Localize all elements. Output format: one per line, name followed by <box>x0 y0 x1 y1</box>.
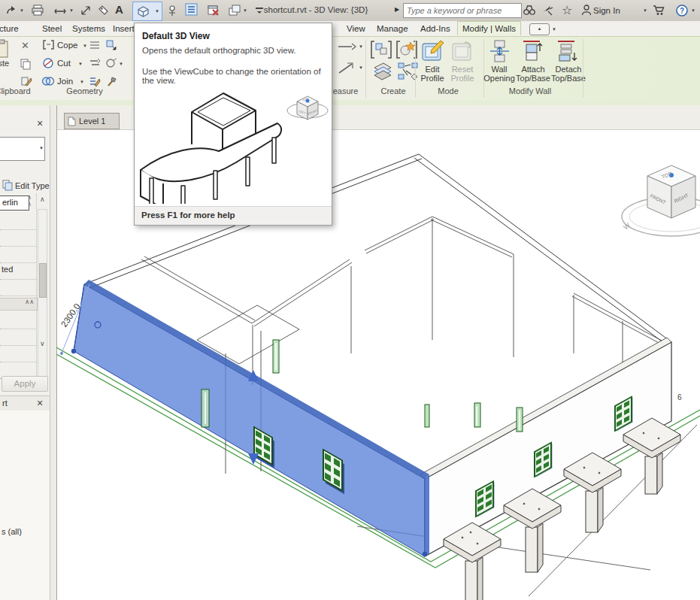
edit-type-icon[interactable] <box>2 180 13 191</box>
attach-top-base-icon[interactable] <box>522 39 544 63</box>
unjoin-icon[interactable] <box>105 57 117 69</box>
view-tab-level1[interactable]: Level 1 <box>64 113 120 129</box>
tab-modify-walls[interactable]: Modify | Walls <box>457 21 521 35</box>
cope-button[interactable]: Cope <box>57 41 78 50</box>
section-icon[interactable] <box>165 3 180 18</box>
favorites-star-icon[interactable]: ☆ <box>562 3 572 17</box>
type-value-text: erlin <box>2 198 18 207</box>
apply-button[interactable]: Apply <box>2 376 48 392</box>
viewcube-west-label: W <box>622 221 632 231</box>
scroll-down-chevron[interactable]: ∨ <box>40 340 45 347</box>
sign-in-dropdown[interactable]: ▼ <box>643 8 647 13</box>
tooltip-line1: Opens the default orthographic 3D view. <box>142 46 296 55</box>
switch-windows-icon[interactable] <box>227 3 242 18</box>
default-3d-view-dropdown[interactable]: ▼ <box>153 2 162 21</box>
copy-icon[interactable] <box>20 58 32 70</box>
type-selector-dropdown[interactable]: ▼ <box>39 146 44 150</box>
browser-title-fragment: rt <box>2 398 8 408</box>
clipboard-panel-label: Clipboard <box>0 86 42 95</box>
search-input[interactable] <box>403 3 522 18</box>
help-icon[interactable]: ? <box>674 3 689 18</box>
default-3d-view-button[interactable] <box>132 2 154 21</box>
svg-text:?: ? <box>680 7 684 15</box>
demolish-icon[interactable] <box>89 75 101 87</box>
cope-dropdown[interactable]: ▼ <box>83 44 87 48</box>
revit-window: ▼ ▼ A ▼ ▼ shortcut.rvt - 3D View: {3D} ▶ <box>0 0 700 600</box>
reset-profile-icon <box>451 39 475 63</box>
print-icon[interactable] <box>30 3 45 18</box>
redo-dropdown[interactable]: ▼ <box>20 8 24 13</box>
close-hidden-windows-icon[interactable] <box>206 3 221 18</box>
delete-icon[interactable]: ✕ <box>21 40 29 51</box>
tab-add-ins[interactable]: Add-Ins <box>416 22 455 35</box>
tag-icon[interactable] <box>96 3 111 18</box>
cut-dropdown[interactable]: ▼ <box>78 62 83 66</box>
geometry-panel-label: Geometry <box>45 86 124 95</box>
wall-joins-icon[interactable] <box>105 39 117 51</box>
beam-end-icon[interactable] <box>89 39 101 51</box>
window-title: shortcut.rvt - 3D View: {3D} <box>248 5 383 14</box>
paste-icon[interactable] <box>0 39 9 59</box>
measure-angle-dropdown[interactable]: ▼ <box>359 65 363 70</box>
hammer-icon[interactable] <box>106 75 118 87</box>
cut-button[interactable]: Cut <box>57 59 71 68</box>
tab-systems[interactable]: Systems <box>68 22 110 35</box>
sign-in-label[interactable]: Sign In <box>593 6 620 15</box>
join-button[interactable]: Join <box>57 77 73 86</box>
panel-display-dropdown[interactable]: ▼ <box>552 27 556 32</box>
tooltip-line2: Use the ViewCube to change the orientati… <box>142 67 327 85</box>
search-flyout-arrow[interactable]: ▶ <box>395 6 399 13</box>
dock-splitter[interactable] <box>50 105 56 600</box>
tooltip-preview-image: TOP LEFT FRONT <box>135 89 332 204</box>
type-selector[interactable] <box>0 137 45 161</box>
binoculars-icon[interactable] <box>522 3 537 18</box>
measure-icon[interactable] <box>53 4 68 19</box>
measure-angle-icon[interactable] <box>337 62 356 75</box>
measure-tool-dropdown[interactable]: ▼ <box>359 44 363 49</box>
thin-lines-icon[interactable] <box>184 2 199 17</box>
detach-top-base-icon[interactable] <box>556 39 579 63</box>
communication-center-icon[interactable] <box>541 3 556 18</box>
redo-icon[interactable] <box>4 3 19 18</box>
join-dropdown[interactable]: ▼ <box>80 80 84 84</box>
cope-icon <box>42 39 55 50</box>
tab-manage[interactable]: Manage <box>372 22 413 35</box>
aligned-dimension-icon[interactable] <box>78 3 93 18</box>
selected-wall[interactable] <box>74 280 429 556</box>
geometry-extra-dropdown[interactable]: ▼ <box>119 62 123 66</box>
grid-scrollbar-thumb[interactable] <box>39 263 47 298</box>
cut-icon <box>42 57 55 69</box>
tab-view[interactable]: View <box>342 22 370 35</box>
properties-close-icon[interactable]: × <box>37 117 43 129</box>
tab-structure[interactable]: Structure <box>0 22 23 35</box>
create-group-icon[interactable] <box>370 39 392 60</box>
edit-type-button[interactable]: Edit Type <box>15 181 50 190</box>
reset-profile-button: Reset Profile <box>445 65 480 83</box>
switch-windows-dropdown[interactable]: ▼ <box>243 8 247 13</box>
section-collapse-bar[interactable]: ∧∧ <box>0 298 38 311</box>
mode-panel-label: Mode <box>415 86 481 95</box>
person-icon[interactable] <box>579 3 594 18</box>
paste-label[interactable]: Paste <box>0 59 14 68</box>
measure-dropdown[interactable]: ▼ <box>69 8 74 13</box>
match-properties-icon[interactable] <box>20 75 32 87</box>
create-assembly-icon[interactable] <box>371 62 394 81</box>
offset-icon[interactable] <box>89 57 101 69</box>
edit-profile-icon[interactable] <box>421 39 445 63</box>
type-value-field[interactable]: erlin <box>0 195 29 211</box>
tab-steel[interactable]: Steel <box>38 22 66 35</box>
viewcube[interactable]: TOP FRONT RIGHT W <box>622 165 700 236</box>
measure-tool-icon[interactable] <box>337 41 356 53</box>
browser-close-icon[interactable]: × <box>37 397 43 409</box>
panel-display-toggle[interactable]: ▴ <box>529 23 550 35</box>
view-tab-label: Level 1 <box>79 117 105 126</box>
project-browser-body <box>0 411 50 600</box>
project-browser-header: rt × <box>0 395 50 412</box>
browser-tree-item[interactable]: s (all) <box>2 527 22 536</box>
wall-opening-icon[interactable] <box>489 39 511 63</box>
tooltip-title: Default 3D View <box>142 31 210 41</box>
help-dropdown[interactable]: ▼ <box>691 8 695 13</box>
scroll-up-chevron[interactable]: ∧ <box>40 195 45 203</box>
text-icon[interactable]: A <box>115 3 123 16</box>
cart-icon[interactable] <box>651 3 666 18</box>
